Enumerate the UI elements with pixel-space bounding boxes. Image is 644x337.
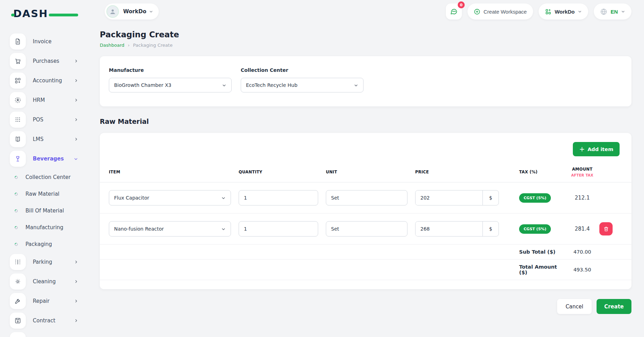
item-selected-value: Nano-fusion Reactor [114,226,164,232]
sidebar: DASH Invoice Purchases Accounting HRM PO [0,0,90,337]
sidebar-item-label: Parking [33,259,74,265]
sidebar-subitem-collection-center[interactable]: Collection Center [15,170,90,184]
messages-button[interactable]: 0 [446,3,462,20]
sidebar-item-accounting[interactable]: Accounting [10,73,90,89]
quantity-input[interactable] [239,221,318,237]
sidebar-item-pos[interactable]: POS [10,112,90,128]
sidebar-item-label: HRM [33,97,74,103]
add-item-button[interactable]: + Add item [573,142,620,156]
item-select[interactable]: Flux Capacitor [109,190,231,205]
collection-center-select[interactable]: EcoTech Recycle Hub [241,78,364,92]
item-select[interactable]: Nano-fusion Reactor [109,221,231,237]
chevron-down-icon [221,227,226,231]
quantity-input[interactable] [239,190,318,205]
sidebar-item-label: Cleaning [33,278,74,285]
col-header-item: ITEM [109,170,239,174]
breadcrumb-current: Packaging Create [133,43,172,48]
breadcrumb-separator: › [128,43,130,48]
sun-icon [10,274,26,290]
globe-icon [600,8,607,15]
sidebar-item-hrm[interactable]: HRM [10,92,90,108]
unit-input[interactable] [326,190,407,205]
sidebar-item-label: Purchases [33,58,74,64]
chevron-down-icon [222,83,226,88]
sidebar-item-cleaning[interactable]: Cleaning [10,274,90,290]
tax-badge: CGST (5%) [519,193,551,203]
chevron-down-icon [578,9,582,14]
chevron-right-icon [74,299,78,303]
manufacture-label: Manufacture [109,67,232,73]
total-amount-value: 493.50 [565,267,599,272]
item-selected-value: Flux Capacitor [114,195,149,201]
tax-badge: CGST (5%) [519,224,551,234]
sidebar-item-documents[interactable]: Documents [10,332,90,337]
unit-input[interactable] [326,221,407,237]
delete-row-button[interactable] [599,222,613,235]
sidebar-item-repair[interactable]: Repair [10,293,90,309]
total-amount-label: Total Amount ($) [507,264,565,275]
manufacture-select[interactable]: BioGrowth Chamber X3 [109,78,232,92]
sidebar-subitem-raw-material[interactable]: Raw Material [15,187,90,201]
avatar [106,5,119,18]
col-header-price: PRICE [415,170,507,174]
logo-dot [11,14,15,16]
invoice-icon [10,33,26,50]
workspace-grid-icon [545,8,552,15]
create-button[interactable]: Create [597,299,631,314]
workspace-chip[interactable]: WorkDo [105,3,159,20]
workspace-chip-label: WorkDo [123,8,146,15]
bullet-icon [14,209,18,213]
plus-icon: + [579,146,585,152]
create-workspace-button[interactable]: Create Workspace [467,3,533,20]
table-row: Nano-fusion Reactor $ CGST (5%) 281.4 [100,214,631,245]
sidebar-item-label: POS [33,117,74,123]
breadcrumb-dashboard-link[interactable]: Dashboard [100,43,125,48]
sidebar-item-label: Invoice [33,38,90,45]
raw-material-card: + Add item ITEM QUANTITY UNIT PRICE TAX … [100,133,631,289]
brand-logo[interactable]: DASH [13,8,73,23]
price-input[interactable] [415,190,482,205]
sidebar-item-parking[interactable]: Parking [10,254,90,270]
after-tax-label: AFTER TAX [565,173,599,177]
chevron-right-icon [74,260,78,264]
sidebar-item-label: Accounting [33,77,74,84]
page-title: Packaging Create [100,30,631,39]
col-header-tax: TAX (%) [507,170,565,174]
total-amount-row: Total Amount ($) 493.50 [100,260,631,280]
currency-symbol: $ [482,222,499,236]
chevron-right-icon [74,78,78,83]
workspace-menu-button[interactable]: WorkDo [539,3,588,20]
manufacture-selected-value: BioGrowth Chamber X3 [114,82,171,88]
price-input[interactable] [415,222,482,236]
language-selector[interactable]: EN [594,3,631,20]
sidebar-subitem-bill-of-material[interactable]: Bill Of Material [15,204,90,218]
packaging-form-card: Manufacture BioGrowth Chamber X3 Collect… [100,56,631,106]
collection-center-label: Collection Center [241,67,364,73]
workspace-menu-label: WorkDo [555,9,575,15]
subtotal-label: Sub Total ($) [507,249,565,255]
sidebar-item-label: Contract [33,317,74,324]
notification-badge: 0 [458,1,465,8]
sidebar-item-lms[interactable]: LMS [10,131,90,147]
main-content: Packaging Create Dashboard › Packaging C… [90,22,644,337]
sidebar-subitem-packaging[interactable]: Packaging [15,237,90,251]
plus-circle-icon [474,8,480,15]
sidebar-subitem-label: Collection Center [25,174,70,180]
chevron-down-icon [74,157,78,161]
sidebar-item-purchases[interactable]: Purchases [10,53,90,69]
sidebar-subitem-manufacturing[interactable]: Manufacturing [15,220,90,234]
chevron-down-icon [621,9,625,14]
sidebar-item-label: Repair [33,298,74,304]
bullet-icon [14,225,18,230]
raw-material-section-title: Raw Material [100,118,631,125]
sidebar-item-invoice[interactable]: Invoice [10,33,90,50]
col-header-quantity: QUANTITY [239,170,326,174]
breadcrumb: Dashboard › Packaging Create [100,43,631,48]
parking-icon [10,254,26,270]
sidebar-subitem-label: Raw Material [25,191,59,197]
cancel-button[interactable]: Cancel [557,299,592,314]
add-item-label: Add item [587,147,613,152]
sidebar-item-beverages[interactable]: Beverages [10,151,90,167]
sidebar-item-contract[interactable]: Contract [10,313,90,329]
cart-icon [10,53,26,69]
